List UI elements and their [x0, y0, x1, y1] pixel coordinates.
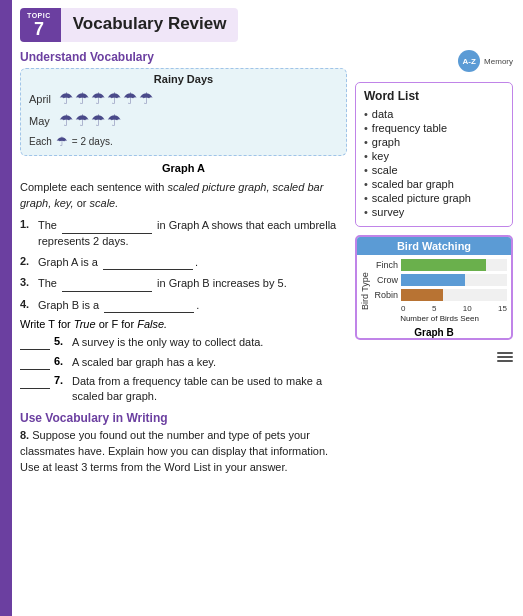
tf-question-6: 6. A scaled bar graph has a key.	[20, 355, 347, 370]
tf-blank-6[interactable]	[20, 355, 50, 370]
word-list-box: Word List data frequency table graph key…	[355, 82, 513, 227]
understand-section-header: Understand Vocabulary	[20, 50, 347, 64]
q2-blank[interactable]	[103, 254, 193, 270]
list-item: graph	[364, 136, 504, 148]
a2-badge: A-Z	[458, 50, 480, 72]
tf-blank-5[interactable]	[20, 335, 50, 350]
list-item: frequency table	[364, 122, 504, 134]
may-label: May	[29, 115, 59, 127]
menu-line-3	[497, 360, 513, 362]
question-1: 1. The in Graph A shows that each umbrel…	[20, 217, 347, 249]
umbrella-2: ☂	[75, 89, 89, 108]
bird-watching-chart: Bird Watching Bird Type Finch	[355, 235, 513, 340]
body-layout: Understand Vocabulary Rainy Days April ☂…	[20, 50, 513, 608]
umbrella-3: ☂	[91, 89, 105, 108]
header: TOPIC 7 Vocabulary Review	[20, 8, 513, 42]
crow-bar	[401, 274, 465, 286]
page-title: Vocabulary Review	[73, 14, 227, 34]
robin-bar-wrap	[401, 289, 507, 301]
chart-note: Each ☂ = 2 days.	[29, 134, 338, 149]
q3-text: The in Graph B increases by 5.	[38, 275, 347, 291]
bird-x-axis: 0 5 10 15	[372, 304, 507, 313]
tf-text-5: A survey is the only way to collect data…	[72, 335, 347, 350]
bird-x-label: Number of Birds Seen	[372, 314, 507, 323]
note-text: = 2 days.	[72, 136, 113, 147]
bird-y-label: Bird Type	[361, 259, 370, 323]
tf-text-6: A scaled bar graph has a key.	[72, 355, 347, 370]
crow-label: Crow	[372, 275, 398, 285]
umbrella-m3: ☂	[91, 111, 105, 130]
bird-chart-area: Finch Crow	[372, 259, 507, 323]
umbrella-m1: ☂	[59, 111, 73, 130]
finch-label: Finch	[372, 260, 398, 270]
question-2: 2. Graph A is a .	[20, 254, 347, 270]
rainy-days-chart: Rainy Days April ☂ ☂ ☂ ☂ ☂ ☂ May	[20, 68, 347, 156]
writing-question-8: 8. Suppose you found out the number and …	[20, 428, 347, 476]
umbrella-4: ☂	[107, 89, 121, 108]
tf-num-6: 6.	[54, 355, 72, 367]
umbrella-6: ☂	[139, 89, 153, 108]
tick-5: 5	[432, 304, 436, 313]
each-label: Each	[29, 136, 52, 147]
q4-text: Graph B is a .	[38, 297, 347, 313]
robin-row: Robin	[372, 289, 507, 301]
bird-chart-content: Bird Type Finch	[357, 255, 511, 325]
tf-blank-7[interactable]	[20, 374, 50, 389]
list-item: key	[364, 150, 504, 162]
tick-10: 10	[463, 304, 472, 313]
umbrella-note-icon: ☂	[56, 134, 68, 149]
question-4: 4. Graph B is a .	[20, 297, 347, 313]
chart-title: Rainy Days	[29, 73, 338, 85]
may-row: May ☂ ☂ ☂ ☂	[29, 111, 338, 130]
april-label: April	[29, 93, 59, 105]
finch-bar-wrap	[401, 259, 507, 271]
tf-text-7: Data from a frequency table can be used …	[72, 374, 347, 405]
right-col: A-Z Memory Word List data frequency tabl…	[355, 50, 513, 608]
crow-bar-wrap	[401, 274, 507, 286]
list-item: data	[364, 108, 504, 120]
umbrella-5: ☂	[123, 89, 137, 108]
memory-label: Memory	[484, 57, 513, 66]
tick-15: 15	[498, 304, 507, 313]
q4-blank[interactable]	[104, 297, 194, 313]
q2-text: Graph A is a .	[38, 254, 347, 270]
robin-label: Robin	[372, 290, 398, 300]
finch-bar	[401, 259, 486, 271]
q1-blank[interactable]	[62, 217, 152, 233]
menu-line-2	[497, 356, 513, 358]
q2-num: 2.	[20, 254, 38, 269]
left-strip	[0, 0, 12, 616]
menu-line-1	[497, 352, 513, 354]
q3-num: 3.	[20, 275, 38, 290]
umbrella-m4: ☂	[107, 111, 121, 130]
writing-num: 8.	[20, 429, 29, 441]
april-row: April ☂ ☂ ☂ ☂ ☂ ☂	[29, 89, 338, 108]
list-item: scaled picture graph	[364, 192, 504, 204]
list-item: scale	[364, 164, 504, 176]
tf-instruction: Write T for True or F for False.	[20, 318, 347, 330]
crow-row: Crow	[372, 274, 507, 286]
april-icons: ☂ ☂ ☂ ☂ ☂ ☂	[59, 89, 153, 108]
umbrella-1: ☂	[59, 89, 73, 108]
page: TOPIC 7 Vocabulary Review Understand Voc…	[0, 0, 523, 616]
q3-blank[interactable]	[62, 275, 152, 291]
q1-text: The in Graph A shows that each umbrella …	[38, 217, 347, 249]
topic-num: 7	[27, 20, 51, 38]
menu-icon[interactable]	[497, 352, 513, 362]
writing-section-header: Use Vocabulary in Writing	[20, 411, 347, 425]
graph-b-label: Graph B	[357, 327, 511, 338]
robin-bar	[401, 289, 443, 301]
finch-row: Finch	[372, 259, 507, 271]
tf-question-5: 5. A survey is the only way to collect d…	[20, 335, 347, 350]
question-intro: Complete each sentence with scaled pictu…	[20, 180, 347, 211]
topic-box: TOPIC 7	[20, 8, 58, 42]
tf-question-7: 7. Data from a frequency table can be us…	[20, 374, 347, 405]
question-3: 3. The in Graph B increases by 5.	[20, 275, 347, 291]
bird-chart-inner: Bird Type Finch	[361, 259, 507, 323]
main-content: TOPIC 7 Vocabulary Review Understand Voc…	[12, 0, 523, 616]
title-area: Vocabulary Review	[58, 8, 239, 42]
word-list: data frequency table graph key scale sca…	[364, 108, 504, 218]
bird-chart-header: Bird Watching	[357, 237, 511, 255]
word-list-header: Word List	[364, 89, 504, 103]
bird-x-ticks: 0 5 10 15	[401, 304, 507, 313]
